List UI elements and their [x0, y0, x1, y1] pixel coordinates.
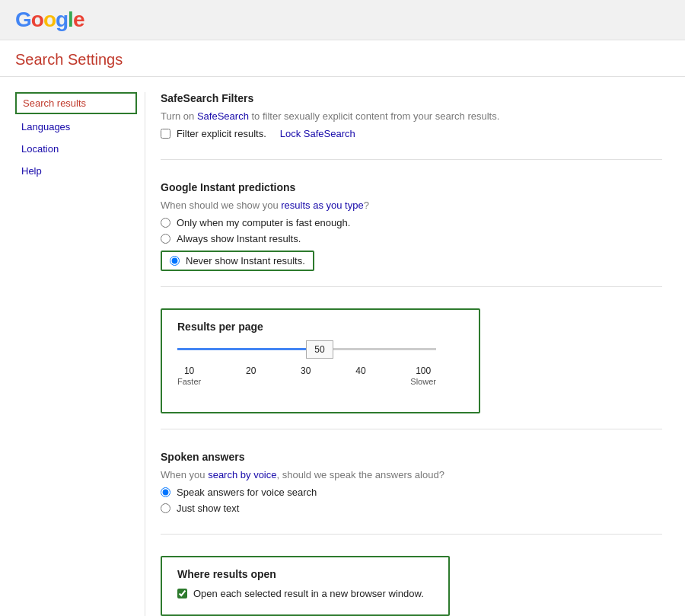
safesearch-description: Turn on SafeSearch to filter sexually ex… — [161, 110, 662, 122]
logo-o2: o — [43, 8, 56, 31]
slider-label-40-value: 40 — [355, 365, 365, 376]
sidebar-item-location[interactable]: Location — [15, 139, 137, 158]
where-results-section: Where results open Open each selected re… — [161, 556, 662, 616]
slider-value: 50 — [314, 344, 324, 355]
google-logo: Google — [15, 8, 84, 32]
where-results-title: Where results open — [177, 568, 433, 580]
instant-always-label: Always show Instant results. — [177, 233, 301, 244]
slider-label-30-value: 30 — [301, 365, 311, 376]
slider-label-10-value: 10 — [184, 365, 194, 376]
slider-thumb[interactable]: 50 — [306, 340, 333, 359]
lock-safesearch-link[interactable]: Lock SafeSearch — [280, 128, 355, 139]
safesearch-section: SafeSearch Filters Turn on SafeSearch to… — [161, 92, 662, 160]
slider-label-100: 100 Slower — [410, 365, 436, 386]
instant-fast-label: Only when my computer is fast enough. — [177, 217, 350, 228]
instant-never-label: Never show Instant results. — [186, 255, 305, 267]
slider-labels: 10 Faster 20 30 40 100 — [177, 365, 436, 386]
instant-option-always: Always show Instant results. — [161, 233, 662, 244]
page-title: Search Settings — [15, 51, 670, 69]
page-title-bar: Search Settings — [0, 40, 685, 77]
safesearch-title: SafeSearch Filters — [161, 92, 662, 104]
sidebar-item-search-results[interactable]: Search results — [15, 92, 137, 114]
content-area: SafeSearch Filters Turn on SafeSearch to… — [145, 92, 685, 616]
slider-label-10: 10 Faster — [177, 365, 201, 386]
instant-never-radio[interactable] — [170, 256, 180, 266]
where-results-box: Where results open Open each selected re… — [161, 556, 450, 616]
filter-explicit-label: Filter explicit results. — [177, 128, 266, 139]
instant-option-fast: Only when my computer is fast enough. — [161, 217, 662, 228]
filter-explicit-row: Filter explicit results. Lock SafeSearch — [161, 128, 662, 139]
logo-l: l — [68, 8, 73, 31]
logo-o1: o — [31, 8, 43, 31]
slider-track-fill — [177, 348, 320, 350]
results-as-you-type-link[interactable]: results as you type — [281, 199, 363, 211]
slider-label-40: 40 — [355, 365, 365, 386]
sidebar-item-help[interactable]: Help — [15, 161, 137, 180]
instant-section: Google Instant predictions When should w… — [161, 181, 662, 287]
instant-description: When should we show you results as you t… — [161, 199, 662, 211]
speak-answers-row: Speak answers for voice search — [161, 487, 662, 498]
instant-never-highlighted: Never show Instant results. — [161, 251, 314, 271]
results-per-page-section: Results per page 50 10 Faster — [161, 308, 662, 429]
safesearch-link[interactable]: SafeSearch — [197, 110, 249, 122]
filter-explicit-checkbox[interactable] — [161, 129, 170, 139]
spoken-answers-description: When you search by voice, should we spea… — [161, 469, 662, 480]
speak-answers-radio[interactable] — [161, 487, 170, 497]
slider-label-30: 30 — [301, 365, 311, 386]
slider-container: 50 10 Faster 20 30 — [177, 342, 464, 401]
logo-e: e — [73, 8, 84, 31]
results-per-page-box: Results per page 50 10 Faster — [161, 308, 480, 413]
show-text-radio[interactable] — [161, 503, 170, 513]
new-window-label: Open each selected result in a new brows… — [193, 588, 424, 599]
slider-label-20: 20 — [246, 365, 256, 386]
show-text-row: Just show text — [161, 503, 662, 514]
instant-fast-radio[interactable] — [161, 218, 170, 228]
slider-label-20-value: 20 — [246, 365, 256, 376]
new-window-row: Open each selected result in a new brows… — [177, 588, 433, 599]
search-by-voice-link[interactable]: search by voice — [208, 469, 276, 480]
slider-label-100-sub: Slower — [410, 377, 436, 386]
new-window-checkbox[interactable] — [177, 589, 187, 598]
instant-title: Google Instant predictions — [161, 181, 662, 193]
sidebar: Search results Languages Location Help — [0, 92, 145, 616]
instant-always-radio[interactable] — [161, 234, 170, 244]
speak-answers-label: Speak answers for voice search — [177, 487, 317, 498]
slider-label-10-sub: Faster — [177, 377, 201, 386]
sidebar-item-languages[interactable]: Languages — [15, 117, 137, 136]
spoken-answers-section: Spoken answers When you search by voice,… — [161, 451, 662, 535]
logo-g2: g — [56, 8, 68, 31]
main-layout: Search results Languages Location Help S… — [0, 77, 685, 616]
logo-g: G — [15, 8, 31, 31]
slider-label-100-value: 100 — [416, 365, 431, 376]
header: Google — [0, 0, 685, 40]
slider-track: 50 — [177, 348, 436, 350]
show-text-label: Just show text — [177, 503, 239, 514]
results-per-page-title: Results per page — [177, 321, 464, 333]
spoken-answers-title: Spoken answers — [161, 451, 662, 463]
